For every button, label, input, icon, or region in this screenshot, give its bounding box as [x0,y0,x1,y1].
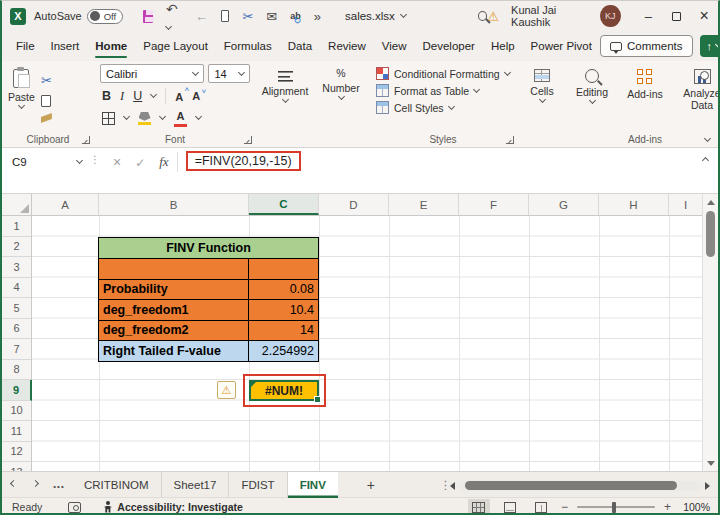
finv-table-blank-row[interactable] [99,258,318,279]
bold-button[interactable]: B [102,89,111,103]
decrease-font-icon[interactable] [192,90,200,102]
error-trace-button[interactable] [217,381,236,399]
scroll-down-icon[interactable] [707,461,715,466]
search-icon[interactable] [478,11,488,21]
font-color-button[interactable] [174,110,187,127]
row-header-2[interactable]: 2 [2,237,31,258]
row-header-1[interactable]: 1 [2,216,31,237]
column-header-e[interactable]: E [389,194,459,215]
row-header-12[interactable]: 12 [2,442,31,463]
column-header-h[interactable]: H [599,194,669,215]
clipboard-dialog-launcher-icon[interactable] [82,136,90,144]
zoom-slider[interactable] [577,506,655,508]
table-cell-value[interactable]: 0.08 [249,280,318,300]
font-dialog-launcher-icon[interactable] [244,136,252,144]
comments-button[interactable]: Comments [600,35,693,57]
cells-button[interactable]: Cells [518,61,566,102]
paste-button[interactable]: Paste [2,65,41,129]
finv-table-row-deg-freedom1[interactable]: deg_freedom1 10.4 [99,299,318,320]
enter-icon[interactable] [135,153,145,171]
share-button[interactable] [700,35,720,57]
increase-font-icon[interactable] [175,89,183,104]
table-cell-value[interactable]: 2.254992 [249,341,318,361]
horizontal-scroll-track[interactable] [459,481,701,491]
italic-button[interactable]: I [120,89,124,104]
finv-table-row-probability[interactable]: Probability 0.08 [99,279,318,300]
row-header-6[interactable]: 6 [2,319,31,340]
tab-file[interactable]: File [8,31,43,61]
scroll-left-icon[interactable] [450,482,455,490]
column-header-f[interactable]: F [459,194,529,215]
editing-button[interactable]: Editing [566,61,618,103]
column-header-a[interactable]: A [32,194,99,215]
sheet-nav-left-icon[interactable] [2,484,24,486]
tab-view[interactable]: View [374,31,415,61]
tab-help[interactable]: Help [483,31,523,61]
cell-styles-button[interactable]: Cell Styles [376,101,518,114]
back-arrow-icon[interactable] [195,9,208,24]
finv-table-title[interactable]: FINV Function [99,238,318,259]
scroll-up-icon[interactable] [707,200,715,205]
row-header-5[interactable]: 5 [2,298,31,319]
accessibility-status[interactable]: Accessibility: Investigate [103,501,242,513]
tab-review[interactable]: Review [320,31,374,61]
fill-color-button[interactable] [138,112,151,125]
column-header-g[interactable]: G [529,194,599,215]
copy-icon[interactable] [41,95,51,107]
cut-icon[interactable] [242,9,253,24]
save-icon[interactable] [143,10,153,23]
replace-icon[interactable] [290,11,301,21]
tab-page-layout[interactable]: Page Layout [135,31,216,61]
font-size-select[interactable]: 14 [208,64,250,83]
cut-icon[interactable] [41,71,52,89]
vertical-scrollbar[interactable] [702,194,718,471]
formula-input[interactable]: =FINV(20,19,-15) [186,151,301,171]
zoom-out-button[interactable] [561,500,568,514]
autosave-toggle[interactable]: Off [87,9,123,24]
row-header-13[interactable]: 13 [2,462,31,471]
autosave-control[interactable]: AutoSave Off [34,9,123,24]
page-layout-view-button[interactable] [499,499,521,515]
sheet-tab-sheet17[interactable]: Sheet17 [162,472,230,498]
avatar[interactable]: KJ [600,5,620,27]
user-name[interactable]: Kunal Jai Kaushik [511,4,592,28]
macro-record-icon[interactable] [68,502,81,513]
sheet-tab-finv[interactable]: FINV [288,472,338,498]
name-box[interactable]: C9 [2,148,90,172]
tab-insert[interactable]: Insert [43,31,88,61]
undo-button[interactable] [166,1,182,32]
finv-table-row-deg-freedom2[interactable]: deg_freedom2 14 [99,320,318,341]
table-cell-label[interactable]: Right Tailed F-value [99,341,249,361]
copy-icon[interactable] [221,10,229,22]
email-icon[interactable] [266,9,277,24]
close-button[interactable] [690,1,718,31]
row-header-9[interactable]: 9 [2,380,32,401]
tab-power-pivot[interactable]: Power Pivot [523,31,600,61]
tab-formulas[interactable]: Formulas [216,31,280,61]
paste-chevron-icon[interactable] [18,102,25,109]
cancel-icon[interactable] [113,153,121,171]
format-as-table-button[interactable]: Format as Table [376,84,518,97]
row-header-10[interactable]: 10 [2,401,31,422]
column-header-b[interactable]: B [99,194,249,215]
sheet-more-icon[interactable] [46,479,72,491]
row-header-11[interactable]: 11 [2,421,31,442]
finv-table-row-result[interactable]: Right Tailed F-value 2.254992 [99,340,318,361]
font-name-select[interactable]: Calibri [100,64,204,83]
underline-button[interactable]: U [133,89,142,103]
formula-bar-collapse-icon[interactable] [702,157,709,164]
page-break-view-button[interactable] [530,499,552,515]
column-header-d[interactable]: D [319,194,389,215]
scroll-right-icon[interactable] [705,482,710,490]
sheet-tab-fdist[interactable]: FDIST [229,472,287,498]
minimize-button[interactable] [635,1,663,31]
analyze-data-button[interactable]: Analyze Data [672,61,720,111]
horizontal-scrollbar[interactable] [450,480,710,491]
fill-color-chevron-icon[interactable] [159,113,166,120]
document-title[interactable]: sales.xlsx [345,10,406,22]
column-header-i[interactable]: I [669,194,702,215]
addins-button[interactable]: Add-ins [618,61,672,100]
tab-data[interactable]: Data [280,31,320,61]
sheet-nav-right-icon[interactable] [24,484,46,486]
sheet-tab-critbinom[interactable]: CRITBINOM [72,472,162,498]
